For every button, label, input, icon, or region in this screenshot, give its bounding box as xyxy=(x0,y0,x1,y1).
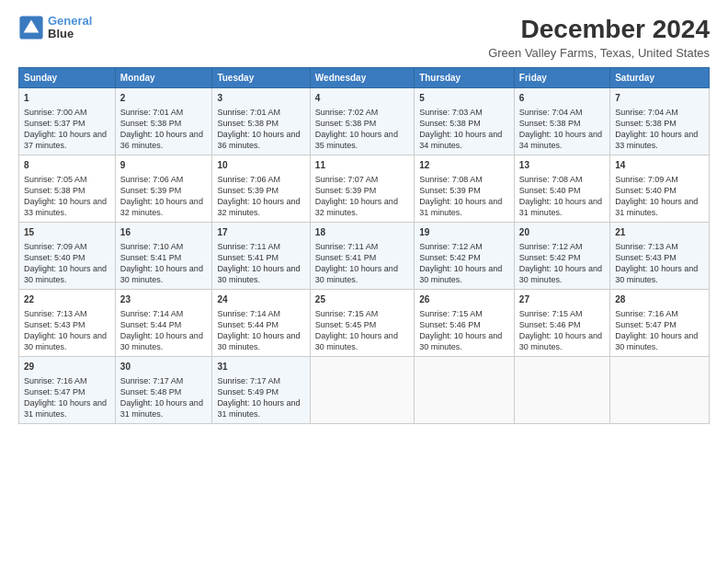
logo-text: GeneralBlue xyxy=(48,15,92,41)
calendar-cell: 25Sunrise: 7:15 AMSunset: 5:45 PMDayligh… xyxy=(310,290,414,357)
day-number: 14 xyxy=(615,159,704,172)
calendar-cell: 15Sunrise: 7:09 AMSunset: 5:40 PMDayligh… xyxy=(19,223,116,290)
calendar-cell: 18Sunrise: 7:11 AMSunset: 5:41 PMDayligh… xyxy=(310,223,414,290)
calendar-cell: 17Sunrise: 7:11 AMSunset: 5:41 PMDayligh… xyxy=(212,223,310,290)
page: GeneralBlue December 2024 Green Valley F… xyxy=(0,0,728,563)
calendar-week-row: 22Sunrise: 7:13 AMSunset: 5:43 PMDayligh… xyxy=(19,290,710,357)
col-monday: Monday xyxy=(115,68,212,88)
calendar-cell: 12Sunrise: 7:08 AMSunset: 5:39 PMDayligh… xyxy=(415,155,515,223)
calendar-cell: 19Sunrise: 7:12 AMSunset: 5:42 PMDayligh… xyxy=(415,223,515,290)
calendar-cell: 2Sunrise: 7:01 AMSunset: 5:38 PMDaylight… xyxy=(115,88,212,155)
calendar-cell: 5Sunrise: 7:03 AMSunset: 5:38 PMDaylight… xyxy=(415,88,515,155)
day-number: 6 xyxy=(519,92,605,105)
calendar-cell: 22Sunrise: 7:13 AMSunset: 5:43 PMDayligh… xyxy=(19,290,116,357)
day-number: 25 xyxy=(315,293,409,306)
day-number: 5 xyxy=(419,92,509,105)
day-number: 16 xyxy=(120,226,208,239)
calendar-cell: 7Sunrise: 7:04 AMSunset: 5:38 PMDaylight… xyxy=(610,88,710,155)
day-number: 4 xyxy=(315,92,409,105)
day-number: 1 xyxy=(24,92,110,105)
calendar-cell: 30Sunrise: 7:17 AMSunset: 5:48 PMDayligh… xyxy=(115,357,212,424)
day-number: 29 xyxy=(24,361,110,373)
calendar-cell: 29Sunrise: 7:16 AMSunset: 5:47 PMDayligh… xyxy=(19,357,116,424)
day-number: 13 xyxy=(519,159,605,172)
col-saturday: Saturday xyxy=(610,68,710,88)
calendar-cell xyxy=(415,357,515,424)
day-number: 9 xyxy=(120,159,208,172)
calendar-cell xyxy=(310,357,414,424)
calendar-week-row: 29Sunrise: 7:16 AMSunset: 5:47 PMDayligh… xyxy=(19,357,710,424)
calendar-cell: 26Sunrise: 7:15 AMSunset: 5:46 PMDayligh… xyxy=(415,290,515,357)
calendar-cell: 9Sunrise: 7:06 AMSunset: 5:39 PMDaylight… xyxy=(115,155,212,223)
day-number: 2 xyxy=(120,92,208,105)
calendar-cell: 27Sunrise: 7:15 AMSunset: 5:46 PMDayligh… xyxy=(514,290,609,357)
calendar-cell xyxy=(610,357,710,424)
day-number: 18 xyxy=(315,226,409,239)
day-number: 3 xyxy=(217,92,304,105)
day-number: 30 xyxy=(120,361,208,373)
calendar-header-row: Sunday Monday Tuesday Wednesday Thursday… xyxy=(19,68,710,88)
calendar-cell: 6Sunrise: 7:04 AMSunset: 5:38 PMDaylight… xyxy=(514,88,609,155)
title-block: December 2024 Green Valley Farms, Texas,… xyxy=(488,15,710,60)
calendar-week-row: 8Sunrise: 7:05 AMSunset: 5:38 PMDaylight… xyxy=(19,155,710,223)
col-friday: Friday xyxy=(514,68,609,88)
calendar-cell: 24Sunrise: 7:14 AMSunset: 5:44 PMDayligh… xyxy=(212,290,310,357)
calendar-cell: 31Sunrise: 7:17 AMSunset: 5:49 PMDayligh… xyxy=(212,357,310,424)
day-number: 10 xyxy=(217,159,304,172)
main-title: December 2024 xyxy=(488,15,710,44)
calendar-cell: 16Sunrise: 7:10 AMSunset: 5:41 PMDayligh… xyxy=(115,223,212,290)
col-sunday: Sunday xyxy=(19,68,116,88)
logo-icon xyxy=(18,15,44,40)
day-number: 27 xyxy=(519,293,605,306)
day-number: 26 xyxy=(419,293,509,306)
day-number: 19 xyxy=(419,226,509,239)
calendar-cell: 4Sunrise: 7:02 AMSunset: 5:38 PMDaylight… xyxy=(310,88,414,155)
day-number: 24 xyxy=(217,293,304,306)
col-thursday: Thursday xyxy=(415,68,515,88)
header: GeneralBlue December 2024 Green Valley F… xyxy=(18,15,710,60)
col-tuesday: Tuesday xyxy=(212,68,310,88)
calendar-cell: 11Sunrise: 7:07 AMSunset: 5:39 PMDayligh… xyxy=(310,155,414,223)
calendar-week-row: 1Sunrise: 7:00 AMSunset: 5:37 PMDaylight… xyxy=(19,88,710,155)
col-wednesday: Wednesday xyxy=(310,68,414,88)
calendar-cell: 28Sunrise: 7:16 AMSunset: 5:47 PMDayligh… xyxy=(610,290,710,357)
calendar-cell: 20Sunrise: 7:12 AMSunset: 5:42 PMDayligh… xyxy=(514,223,609,290)
calendar-cell: 10Sunrise: 7:06 AMSunset: 5:39 PMDayligh… xyxy=(212,155,310,223)
day-number: 17 xyxy=(217,226,304,239)
day-number: 21 xyxy=(615,226,704,239)
day-number: 28 xyxy=(615,293,704,306)
day-number: 7 xyxy=(615,92,704,105)
calendar-table: Sunday Monday Tuesday Wednesday Thursday… xyxy=(18,67,710,424)
calendar-cell xyxy=(514,357,609,424)
day-number: 22 xyxy=(24,293,110,306)
calendar-cell: 23Sunrise: 7:14 AMSunset: 5:44 PMDayligh… xyxy=(115,290,212,357)
day-number: 11 xyxy=(315,159,409,172)
calendar-cell: 21Sunrise: 7:13 AMSunset: 5:43 PMDayligh… xyxy=(610,223,710,290)
calendar-cell: 13Sunrise: 7:08 AMSunset: 5:40 PMDayligh… xyxy=(514,155,609,223)
sub-title: Green Valley Farms, Texas, United States xyxy=(488,46,710,60)
day-number: 12 xyxy=(419,159,509,172)
calendar-cell: 8Sunrise: 7:05 AMSunset: 5:38 PMDaylight… xyxy=(19,155,116,223)
day-number: 23 xyxy=(120,293,208,306)
day-number: 8 xyxy=(24,159,110,172)
logo: GeneralBlue xyxy=(18,15,92,41)
day-number: 31 xyxy=(217,361,304,373)
calendar-cell: 3Sunrise: 7:01 AMSunset: 5:38 PMDaylight… xyxy=(212,88,310,155)
day-number: 15 xyxy=(24,226,110,239)
calendar-cell: 1Sunrise: 7:00 AMSunset: 5:37 PMDaylight… xyxy=(19,88,116,155)
calendar-cell: 14Sunrise: 7:09 AMSunset: 5:40 PMDayligh… xyxy=(610,155,710,223)
day-number: 20 xyxy=(519,226,605,239)
calendar-week-row: 15Sunrise: 7:09 AMSunset: 5:40 PMDayligh… xyxy=(19,223,710,290)
